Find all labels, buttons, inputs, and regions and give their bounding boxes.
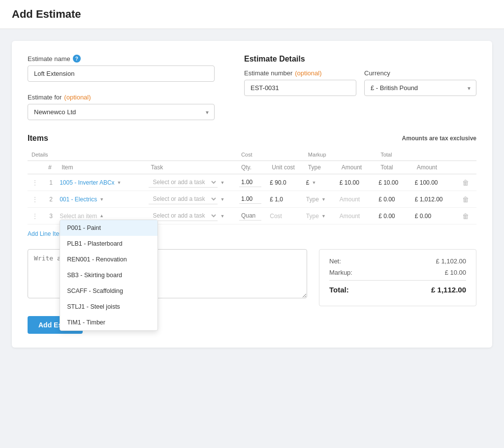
col-group-total: Total <box>377 149 457 161</box>
items-title: Items <box>28 134 48 143</box>
dropdown-item-REN001[interactable]: REN001 - Renovation <box>60 252 158 267</box>
dropdown-item-STLJ1[interactable]: STLJ1 - Steel joists <box>60 299 158 315</box>
col-hash: # <box>44 161 58 174</box>
markup-amount-3: Amount <box>340 213 360 220</box>
col-type-header: Type <box>304 161 338 174</box>
task-chevron-3: ▼ <box>220 214 224 219</box>
markup-value: £ 10.00 <box>445 269 466 276</box>
markup-label: Markup: <box>329 269 352 276</box>
net-value: £ 1,102.00 <box>436 257 466 265</box>
item-link-1[interactable]: 1005 - Inverter ABCx <box>60 179 114 186</box>
item-input-3[interactable]: Select an item <box>60 213 97 220</box>
task-select-1[interactable]: Select or add a task <box>149 177 218 188</box>
type-3: Type <box>306 213 319 220</box>
currency-select[interactable]: £ - British Pound <box>364 80 476 96</box>
qty-input-2[interactable] <box>239 194 261 204</box>
markup-total-2: £ 0.00 <box>378 196 395 203</box>
page-title: Add Estimate <box>12 8 492 21</box>
page-header: Add Estimate <box>0 0 504 29</box>
qty-input-3[interactable] <box>239 211 261 221</box>
task-chevron-1: ▼ <box>220 180 224 185</box>
table-row: ⋮ 1 1005 - Inverter ABCx ▼ Select or <box>28 174 476 191</box>
net-row: Net: £ 1,102.00 <box>329 257 466 265</box>
dropdown-item-PLB1[interactable]: PLB1 - Plasterboard <box>60 236 158 252</box>
drag-handle[interactable]: ⋮ <box>30 195 40 203</box>
delete-row-1[interactable]: 🗑 <box>459 178 472 188</box>
amount-2: £ 1,012.00 <box>415 196 443 203</box>
table-row: ⋮ 3 Select an item ▼ P001 - Paint <box>28 208 476 224</box>
markup-row: Markup: £ 10.00 <box>329 269 466 276</box>
estimate-for-select[interactable]: Newnewco Ltd <box>28 104 215 120</box>
col-group-markup: Markup <box>304 149 377 161</box>
item-chevron-2: ▼ <box>99 197 104 202</box>
col-unit-cost-header: Unit cost <box>268 161 304 174</box>
delete-row-3[interactable]: 🗑 <box>459 211 472 221</box>
total-value: £ 1,112.00 <box>431 286 466 294</box>
estimate-name-input[interactable] <box>28 65 215 82</box>
estimate-number-input[interactable] <box>244 80 356 96</box>
estimate-for-optional: (optional) <box>64 94 91 101</box>
item-dropdown-menu: P001 - Paint PLB1 - Plasterboard REN001 … <box>60 220 158 331</box>
items-section: Items Amounts are tax exclusive Details … <box>28 134 476 241</box>
table-row: ⋮ 2 001 - Electrics ▼ Select or add a <box>28 191 476 208</box>
row-num-3: 3 <box>44 208 58 224</box>
row-num-1: 1 <box>44 174 58 191</box>
qty-input-1[interactable] <box>239 178 261 187</box>
markup-total-3: £ 0.00 <box>378 213 395 220</box>
estimate-name-label: Estimate name <box>28 55 70 63</box>
col-item-header: Item <box>58 161 147 174</box>
totals-box: Net: £ 1,102.00 Markup: £ 10.00 Total: £… <box>319 249 476 306</box>
col-markup-amount-header: Amount <box>338 161 377 174</box>
markup-amount-2: Amount <box>340 196 360 203</box>
markup-amount-1: £ 10.00 <box>340 179 359 186</box>
task-select-2[interactable]: Select or add a task <box>149 194 218 204</box>
amount-1: £ 100.00 <box>415 179 438 186</box>
unit-cost-1: £ 90.0 <box>270 179 286 186</box>
dropdown-item-SCAFF[interactable]: SCAFF - Scaffolding <box>60 283 158 299</box>
add-line-item-button[interactable]: Add Line Item <box>28 226 64 241</box>
currency-select-wrapper: £ - British Pound <box>364 80 476 96</box>
item-link-2[interactable]: 001 - Electrics <box>60 196 97 203</box>
tax-note: Amounts are tax exclusive <box>402 135 476 142</box>
row-num-2: 2 <box>44 191 58 208</box>
drag-handle[interactable]: ⋮ <box>30 212 40 220</box>
estimate-for-select-wrapper: Newnewco Ltd <box>28 104 215 120</box>
amount-3: £ 0.00 <box>415 213 431 220</box>
task-select-3[interactable]: Select or add a task <box>149 211 218 221</box>
col-amount-header: Amount <box>413 161 458 174</box>
net-label: Net: <box>329 257 341 265</box>
item-dropdown-container-3: Select an item ▼ P001 - Paint PLB1 - Pla… <box>60 213 145 220</box>
help-icon[interactable]: ? <box>73 55 81 63</box>
unit-cost-3: Cost <box>270 213 282 220</box>
type-chevron-3: ▼ <box>321 214 326 219</box>
type-chevron-1: ▼ <box>312 180 316 185</box>
items-table: Details Cost Markup Total # Item Task Qt… <box>28 149 476 224</box>
estimate-number-label: Estimate number <box>244 69 292 77</box>
type-2: Type <box>306 196 319 203</box>
dropdown-item-P001[interactable]: P001 - Paint <box>60 220 158 236</box>
task-chevron-2: ▼ <box>220 197 224 202</box>
currency-label: Currency <box>364 69 390 77</box>
dropdown-item-SB3[interactable]: SB3 - Skirting board <box>60 267 158 283</box>
unit-cost-2: £ 1,0 <box>270 196 283 203</box>
item-chevron-up-3: ▼ <box>99 214 104 219</box>
estimate-details-title: Estimate Details <box>244 55 476 64</box>
total-label: Total: <box>329 286 349 294</box>
markup-total-1: £ 10.00 <box>378 179 398 186</box>
type-chevron-2: ▼ <box>321 197 326 202</box>
dropdown-item-TIM1[interactable]: TIM1 - Timber <box>60 315 158 330</box>
drag-handle[interactable]: ⋮ <box>30 179 40 187</box>
estimate-number-optional: (optional) <box>295 69 321 77</box>
col-group-cost: Cost <box>237 149 304 161</box>
col-qty-header: Qty. <box>237 161 268 174</box>
col-group-details: Details <box>28 149 237 161</box>
item-chevron-1: ▼ <box>117 180 122 185</box>
type-1: £ <box>306 179 310 186</box>
estimate-for-label: Estimate for <box>28 94 62 101</box>
delete-row-2[interactable]: 🗑 <box>459 194 472 204</box>
total-row: Total: £ 1,112.00 <box>329 280 466 294</box>
col-total-header: Total <box>377 161 413 174</box>
col-task-header: Task <box>147 161 237 174</box>
